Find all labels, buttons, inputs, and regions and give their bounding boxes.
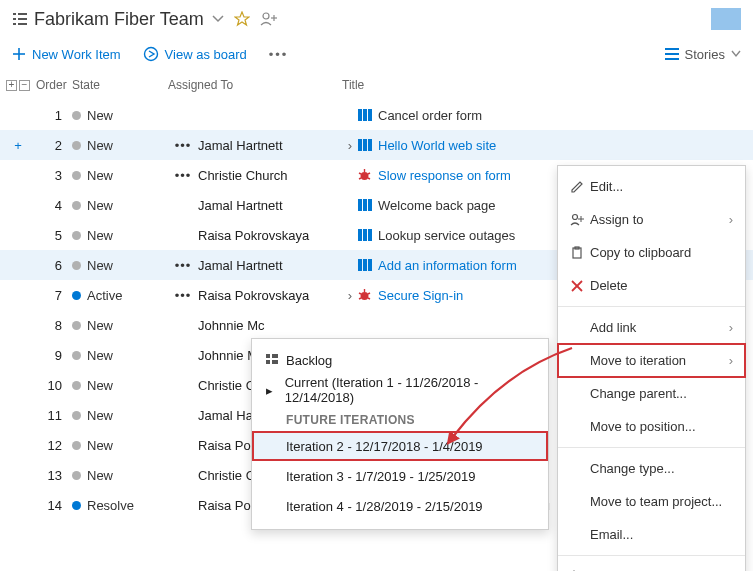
backlog-icon	[12, 11, 28, 27]
chevron-right-icon: ›	[729, 353, 733, 368]
state-dot-icon	[72, 141, 81, 150]
cell-order: 7	[36, 288, 72, 303]
svg-rect-57	[266, 360, 270, 364]
menu-new-branch[interactable]: New branch...	[558, 560, 745, 571]
collapse-all-icon[interactable]: −	[19, 80, 30, 91]
svg-rect-17	[368, 109, 372, 121]
state-dot-icon	[72, 261, 81, 270]
menu-move-to-position[interactable]: Move to position...	[558, 410, 745, 443]
svg-point-11	[144, 48, 157, 61]
chevron-right-icon: ›	[729, 212, 733, 227]
submenu-iteration-2[interactable]: Iteration 2 - 12/17/2018 - 1/4/2019	[252, 431, 548, 461]
svg-rect-58	[272, 360, 278, 364]
toolbar-more-icon[interactable]: •••	[269, 47, 289, 62]
cell-order: 12	[36, 438, 72, 453]
cell-order: 11	[36, 408, 72, 423]
cell-state: New	[72, 138, 168, 153]
add-child-icon[interactable]: +	[0, 138, 36, 153]
cell-order: 9	[36, 348, 72, 363]
menu-copy[interactable]: Copy to clipboard	[558, 236, 745, 269]
cell-assigned-to: Raisa Pokrovskaya	[198, 228, 342, 243]
svg-point-6	[263, 13, 269, 19]
menu-assign-to[interactable]: Assign to ›	[558, 203, 745, 236]
cell-assigned-to: Johnnie Mc	[198, 318, 342, 333]
row-actions-icon[interactable]: •••	[168, 168, 198, 183]
expand-caret-icon[interactable]: ›	[342, 138, 358, 153]
favorite-star-icon[interactable]	[234, 11, 250, 27]
row-actions-icon[interactable]: •••	[168, 258, 198, 273]
menu-change-type[interactable]: Change type...	[558, 452, 745, 485]
view-as-board-button[interactable]: View as board	[143, 46, 247, 62]
cell-state: New	[72, 348, 168, 363]
cell-assigned-to: Raisa Pokrovskaya	[198, 288, 342, 303]
menu-add-link[interactable]: Add link ›	[558, 311, 745, 344]
svg-line-38	[359, 293, 361, 294]
column-headers: + − Order State Assigned To Title	[0, 74, 753, 100]
submenu-iteration-3[interactable]: Iteration 3 - 1/7/2019 - 1/25/2019	[252, 461, 548, 491]
people-icon[interactable]	[260, 11, 278, 27]
expand-all-icon[interactable]: +	[6, 80, 17, 91]
state-dot-icon	[72, 321, 81, 330]
clipboard-icon	[570, 246, 590, 260]
col-title[interactable]: Title	[342, 78, 753, 92]
svg-rect-20	[368, 139, 372, 151]
cell-state: New	[72, 468, 168, 483]
iteration-submenu: Backlog ▸ Current (Iteration 1 - 11/26/2…	[251, 338, 549, 530]
cell-state: New	[72, 228, 168, 243]
cell-state: New	[72, 318, 168, 333]
menu-edit[interactable]: Edit...	[558, 170, 745, 203]
submenu-backlog[interactable]: Backlog	[252, 345, 548, 375]
submenu-current-iteration[interactable]: ▸ Current (Iteration 1 - 11/26/2018 - 12…	[252, 375, 548, 405]
state-dot-icon	[72, 171, 81, 180]
svg-rect-35	[368, 259, 372, 271]
row-actions-icon[interactable]: •••	[168, 288, 198, 303]
backlog-level-selector[interactable]: Stories	[665, 47, 741, 62]
cell-order: 5	[36, 228, 72, 243]
svg-rect-32	[368, 229, 372, 241]
menu-email[interactable]: Email...	[558, 518, 745, 551]
svg-rect-1	[18, 13, 27, 15]
svg-rect-28	[363, 199, 367, 211]
row-actions-icon[interactable]: •••	[168, 138, 198, 153]
table-row[interactable]: +2New•••Jamal Hartnett›Hello World web s…	[0, 130, 753, 160]
state-dot-icon	[72, 411, 81, 420]
cell-title[interactable]: Hello World web site	[378, 138, 753, 153]
menu-separator	[558, 555, 745, 556]
col-order[interactable]: Order	[36, 78, 72, 92]
svg-rect-3	[18, 18, 27, 20]
state-dot-icon	[72, 231, 81, 240]
svg-line-40	[359, 298, 361, 299]
svg-rect-56	[272, 354, 278, 358]
submenu-iteration-4[interactable]: Iteration 4 - 1/28/2019 - 2/15/2019	[252, 491, 548, 521]
bug-icon	[358, 289, 378, 302]
cell-state: New	[72, 408, 168, 423]
future-iterations-header: FUTURE ITERATIONS	[252, 405, 548, 431]
svg-rect-27	[358, 199, 362, 211]
col-state[interactable]: State	[72, 78, 168, 92]
menu-move-to-team-project[interactable]: Move to team project...	[558, 485, 745, 518]
menu-separator	[558, 306, 745, 307]
state-dot-icon	[72, 201, 81, 210]
expand-caret-icon[interactable]: ›	[342, 288, 358, 303]
svg-rect-29	[368, 199, 372, 211]
table-row[interactable]: 1New›Cancel order form	[0, 100, 753, 130]
menu-delete[interactable]: Delete	[558, 269, 745, 302]
svg-line-23	[359, 173, 361, 174]
state-dot-icon	[72, 501, 81, 510]
svg-rect-4	[13, 23, 16, 25]
menu-change-parent[interactable]: Change parent...	[558, 377, 745, 410]
new-work-item-button[interactable]: New Work Item	[12, 47, 121, 62]
backlog-icon	[266, 354, 286, 366]
cell-assigned-to: Christie Church	[198, 168, 342, 183]
filter-label: Stories	[685, 47, 725, 62]
state-dot-icon	[72, 381, 81, 390]
cell-state: New	[72, 198, 168, 213]
svg-rect-2	[13, 18, 16, 20]
chevron-down-icon[interactable]	[212, 13, 224, 25]
menu-move-to-iteration[interactable]: Move to iteration ›	[558, 344, 745, 377]
cell-assigned-to: Jamal Hartnett	[198, 138, 342, 153]
user-story-icon	[358, 109, 378, 121]
team-title[interactable]: Fabrikam Fiber Team	[34, 9, 204, 30]
cell-order: 13	[36, 468, 72, 483]
col-assigned-to[interactable]: Assigned To	[168, 78, 342, 92]
